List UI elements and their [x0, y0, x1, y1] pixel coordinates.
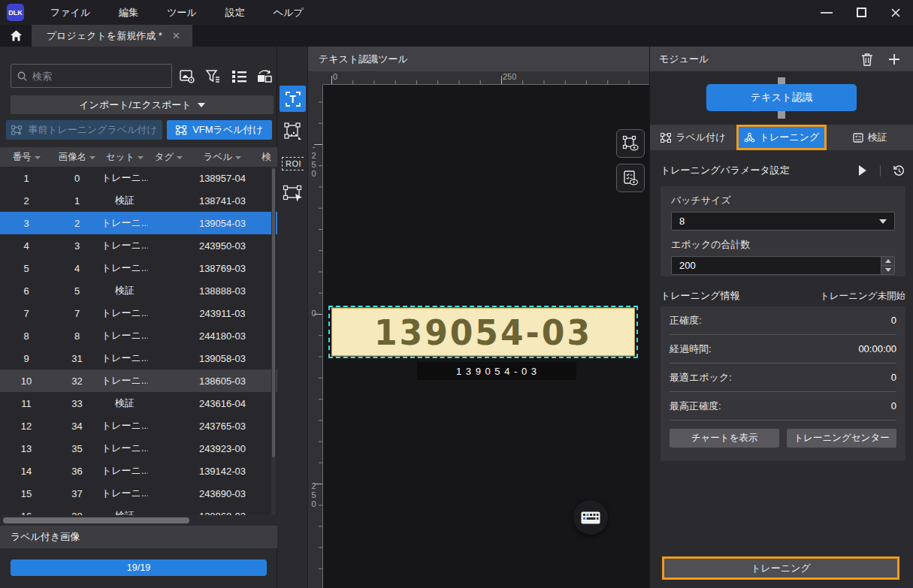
column-header-4[interactable]: ラベル: [189, 151, 255, 164]
info-row: 最適エポック:0: [670, 363, 896, 392]
show-annotations-button[interactable]: [616, 129, 645, 158]
column-header-label: 番号: [13, 151, 32, 164]
table-row[interactable]: 1537トレーニ...243690-03: [0, 482, 277, 505]
table-cell: 243923-00: [189, 443, 255, 454]
table-row[interactable]: 1133検証243616-04: [0, 392, 277, 415]
pretrain-labeling-button[interactable]: 事前トレーニングラベル付け: [6, 120, 162, 140]
add-module-button[interactable]: [884, 50, 904, 69]
table-horizontal-scrollbar-thumb[interactable]: [3, 517, 189, 523]
tab-validation[interactable]: 検証: [827, 125, 913, 150]
table-row[interactable]: 1335トレーニ...243923-00: [0, 437, 277, 460]
selection-dashed-border[interactable]: 139054-03: [328, 306, 638, 358]
table-row[interactable]: 1436トレーニ...139142-03: [0, 460, 277, 482]
pretrain-labeling-label: 事前トレーニングラベル付け: [28, 123, 157, 137]
table-row[interactable]: 1032トレーニ...138605-03: [0, 369, 277, 392]
tab-training[interactable]: トレーニング: [736, 125, 827, 150]
maximize-button[interactable]: [844, 0, 878, 25]
import-export-button[interactable]: インポート/エクスポート: [11, 95, 274, 114]
batch-size-select[interactable]: 8: [671, 212, 895, 231]
table-cell: 34: [53, 421, 101, 432]
table-row[interactable]: 1234トレーニ...243765-03: [0, 415, 277, 437]
sample-image[interactable]: 139054-03: [331, 308, 635, 356]
info-row-label: 経過時間:: [670, 342, 858, 356]
roi-tool-button[interactable]: ROI: [280, 150, 306, 176]
table-row[interactable]: 32トレーニ...139054-03: [0, 212, 277, 234]
table-row[interactable]: 65検証138888-03: [0, 279, 277, 302]
table-cell: 8: [0, 330, 53, 342]
table-vertical-scrollbar[interactable]: [271, 167, 276, 515]
text-annotation-tool-button[interactable]: T: [280, 86, 306, 112]
table-cell: トレーニ...: [101, 487, 148, 500]
spinner-down-button[interactable]: [881, 266, 894, 274]
annotation-canvas[interactable]: 139054-03 1 3 9 0 5 4 - 0 3: [323, 85, 649, 588]
tab-validation-label: 検証: [868, 131, 887, 144]
menu-item-4[interactable]: ヘルプ: [259, 0, 318, 25]
menu-item-0[interactable]: ファイル: [36, 0, 104, 25]
home-icon: [10, 30, 23, 41]
spinner-up-button[interactable]: [881, 257, 894, 266]
table-row[interactable]: 931トレーニ...139058-03: [0, 347, 277, 369]
tab-training-label: トレーニング: [760, 131, 820, 144]
table-cell: 38: [53, 511, 101, 516]
menu-item-2[interactable]: ツール: [153, 0, 211, 25]
table-cell: 検証: [101, 397, 148, 410]
delete-module-button[interactable]: [857, 50, 877, 69]
minimize-button[interactable]: [809, 0, 844, 25]
training-center-button[interactable]: トレーニングセンター: [787, 429, 896, 448]
column-header-2[interactable]: セット: [101, 151, 148, 164]
close-button[interactable]: [878, 0, 913, 25]
table-cell: 検証: [101, 509, 148, 515]
polygon-tool-button[interactable]: [280, 118, 306, 144]
table-row[interactable]: 88トレーニ...244180-03: [0, 324, 277, 347]
table-cell: 1: [53, 195, 101, 207]
info-row: 正確度:0: [670, 306, 896, 335]
table-row[interactable]: 21検証138741-03: [0, 189, 277, 212]
menu-item-1[interactable]: 編集: [104, 0, 153, 25]
list-view-button[interactable]: [229, 67, 249, 86]
column-header-label: タグ: [155, 151, 174, 164]
history-reset-icon[interactable]: [893, 164, 905, 177]
table-horizontal-scrollbar[interactable]: [0, 516, 277, 525]
text-tool-letter: T: [289, 93, 296, 105]
search-input[interactable]: [32, 71, 153, 82]
column-header-1[interactable]: 画像名: [53, 151, 101, 164]
menu-item-3[interactable]: 設定: [211, 0, 259, 25]
plus-icon: [888, 53, 900, 65]
show-chart-button[interactable]: チャートを表示: [670, 429, 779, 448]
tab-close-button[interactable]: [173, 32, 185, 39]
select-tool-button[interactable]: [280, 180, 306, 207]
module-panel-title: モジュール: [659, 53, 709, 66]
search-box[interactable]: [11, 64, 172, 88]
column-header-3[interactable]: タグ: [148, 151, 189, 164]
info-row: 最高正確度:0: [670, 392, 896, 421]
show-label-list-button[interactable]: [616, 164, 645, 192]
epochs-input[interactable]: 200: [671, 256, 895, 275]
column-header-0[interactable]: 番号: [0, 151, 53, 164]
table-row[interactable]: 10トレーニ...138957-04: [0, 167, 277, 189]
pretrain-labeling-icon: [11, 125, 23, 135]
app-window: DLK ファイル編集ツール設定ヘルプ プロジェクトを新規作成 *: [0, 0, 913, 588]
start-training-button[interactable]: トレーニング: [662, 556, 899, 580]
view-switch-button[interactable]: [255, 67, 274, 86]
batch-size-value: 8: [679, 216, 685, 227]
table-cell: トレーニ...: [101, 464, 148, 478]
virtual-keyboard-button[interactable]: [573, 500, 608, 535]
project-tab[interactable]: プロジェクトを新規作成 *: [32, 25, 192, 47]
table-row[interactable]: 1638検証138868-03: [0, 505, 277, 515]
column-header-5[interactable]: 検: [255, 151, 277, 164]
info-row-value: 0: [891, 372, 896, 383]
module-node-label: テキスト認識: [751, 91, 812, 104]
image-settings-button[interactable]: [178, 67, 198, 86]
filter-button[interactable]: [204, 67, 223, 86]
home-button[interactable]: [0, 25, 32, 47]
expand-params-icon[interactable]: [859, 165, 866, 176]
table-row[interactable]: 77トレーニ...243911-03: [0, 302, 277, 324]
table-vertical-scrollbar-thumb[interactable]: [272, 168, 275, 457]
table-row[interactable]: 43トレーニ...243950-03: [0, 234, 277, 257]
text-recognition-module-node[interactable]: テキスト認識: [706, 84, 857, 111]
table-row[interactable]: 54トレーニ...138769-03: [0, 257, 277, 279]
tab-labeling[interactable]: ラベル付け: [650, 125, 736, 150]
table-cell: 7: [53, 308, 101, 319]
polygon-tool-icon: [283, 122, 303, 141]
vfm-labeling-button[interactable]: VFMラベル付け: [167, 120, 272, 140]
